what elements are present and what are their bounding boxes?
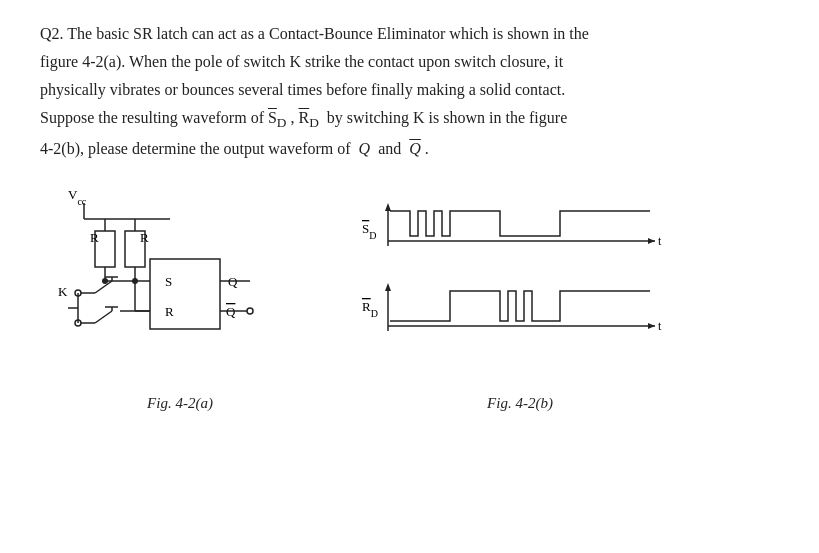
question-block: Q2. The basic SR latch can act as a Cont… (40, 20, 779, 163)
svg-marker-37 (648, 323, 655, 329)
svg-marker-33 (648, 238, 655, 244)
fig-a-svg: Vcc R R S R Q Q (40, 181, 320, 381)
svg-marker-35 (385, 203, 391, 211)
svg-point-11 (247, 308, 253, 314)
figure-b: SD t RD t Fig. 4-2(b) (360, 181, 680, 412)
svg-line-25 (95, 311, 112, 323)
svg-point-30 (102, 278, 108, 284)
resistor-r-label-left: R (90, 230, 99, 245)
figures-row: Vcc R R S R Q Q (40, 181, 779, 412)
s-label: S (165, 274, 172, 289)
sd-bar-label: SD (362, 221, 376, 241)
line-1: Q2. The basic SR latch can act as a Cont… (40, 20, 779, 48)
fig-a-label: Fig. 4-2(a) (147, 395, 213, 412)
line-5: 4-2(b), please determine the output wave… (40, 135, 779, 163)
rd-bar-label: RD (362, 299, 378, 319)
resistor-r-label-right: R (140, 230, 149, 245)
sd-waveform (390, 211, 650, 236)
line-2: figure 4-2(a). When the pole of switch K… (40, 48, 779, 76)
k-label: K (58, 284, 68, 299)
svg-rect-8 (150, 259, 220, 329)
line-4: Suppose the resulting waveform of SD , R… (40, 104, 779, 135)
svg-marker-39 (385, 283, 391, 291)
t-label-rd: t (658, 319, 662, 333)
t-label-sd: t (658, 234, 662, 248)
question-text: Q2. The basic SR latch can act as a Cont… (40, 20, 779, 163)
fig-b-svg: SD t RD t (360, 181, 680, 381)
figure-a: Vcc R R S R Q Q (40, 181, 320, 412)
svg-point-31 (132, 278, 138, 284)
rd-waveform (390, 291, 650, 321)
line-3: physically vibrates or bounces several t… (40, 76, 779, 104)
fig-b-label: Fig. 4-2(b) (487, 395, 553, 412)
r-label: R (165, 304, 174, 319)
